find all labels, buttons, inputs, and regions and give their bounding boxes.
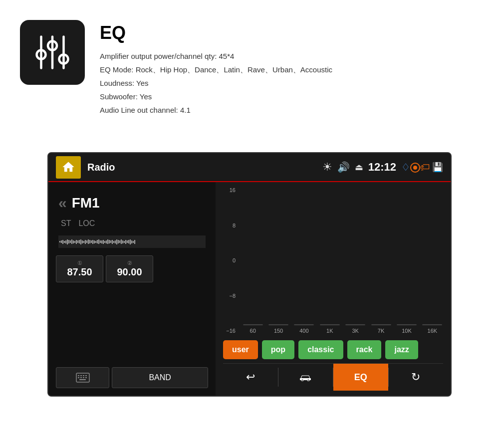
- time-display: 12:12: [368, 161, 396, 174]
- app-title: EQ: [100, 22, 332, 43]
- spec-line-2: EQ Mode: Rock、Hip Hop、Dance、Latin、Rave、U…: [100, 63, 332, 76]
- eq-freq-label-150: 150: [274, 328, 283, 334]
- nav-btn-car[interactable]: [278, 364, 333, 391]
- eq-columns: 601504001K3K7K10K16K: [242, 324, 443, 334]
- eq-freq-label-10K: 10K: [402, 328, 412, 334]
- svg-point-17: [301, 379, 303, 381]
- top-bar: Radio ☀ 🔊 ⏏ 12:12 ♢ 🏷 💾: [48, 153, 451, 182]
- eq-freq-label-16K: 16K: [428, 328, 438, 334]
- eq-bar-150[interactable]: [268, 324, 288, 325]
- bottom-controls: BAND: [53, 365, 211, 391]
- eq-bar-7K[interactable]: [371, 324, 391, 325]
- eq-bar-10K[interactable]: [397, 324, 417, 325]
- app-icon: [20, 20, 85, 85]
- nav-btn-back[interactable]: ↩: [223, 364, 278, 391]
- eq-bar-1K[interactable]: [320, 324, 340, 325]
- eq-scale: 16 8 0 −8 −16: [223, 187, 238, 334]
- svg-rect-15: [79, 379, 86, 380]
- scale-16-top: 16: [226, 187, 236, 193]
- band-button[interactable]: BAND: [112, 367, 208, 388]
- eq-bar-16K[interactable]: [422, 324, 442, 325]
- svg-rect-7: [78, 375, 79, 376]
- scale-neg8: −8: [226, 293, 236, 299]
- app-description: Amplifier output power/channel qty: 45*4…: [100, 49, 332, 117]
- svg-rect-8: [80, 375, 82, 376]
- content-area: « FM1 ST LOC ① 87.50 ②: [48, 182, 451, 396]
- eq-column-1K[interactable]: 1K: [319, 324, 340, 334]
- station-1[interactable]: ① 87.50: [56, 255, 103, 282]
- eq-column-16K[interactable]: 16K: [422, 324, 443, 334]
- eq-column-400[interactable]: 400: [293, 324, 315, 334]
- eq-column-60[interactable]: 60: [242, 324, 263, 334]
- radio-panel: « FM1 ST LOC ① 87.50 ②: [48, 182, 216, 396]
- preset-btn-pop[interactable]: pop: [262, 340, 294, 359]
- waveform-display: [58, 235, 206, 248]
- eq-freq-label-60: 60: [250, 328, 256, 334]
- station-2-freq: 90.00: [112, 266, 147, 278]
- device-screen: Radio ☀ 🔊 ⏏ 12:12 ♢ 🏷 💾 « FM1 ST: [47, 152, 452, 397]
- frequency-area: « FM1: [53, 187, 211, 219]
- home-button[interactable]: [56, 156, 81, 179]
- nav-btn-eq[interactable]: EQ: [333, 364, 388, 391]
- header-section: EQ Amplifier output power/channel qty: 4…: [0, 0, 499, 127]
- eq-freq-label-7K: 7K: [378, 328, 384, 334]
- eq-panel: 16 8 0 −8 −16 601504001K3K7K10K16K userp…: [216, 182, 451, 396]
- st-loc-area: ST LOC: [53, 219, 211, 233]
- frequency-display: FM1: [72, 195, 100, 211]
- svg-rect-9: [83, 375, 84, 376]
- radio-label: Radio: [83, 162, 115, 173]
- eject-icon[interactable]: ⏏: [355, 162, 363, 173]
- app-info: EQ Amplifier output power/channel qty: 4…: [100, 20, 332, 117]
- st-label: ST: [61, 219, 71, 228]
- eq-nav-row: ↩ EQ↻: [223, 363, 443, 391]
- eq-freq-label-1K: 1K: [326, 328, 333, 334]
- scale-0: 0: [226, 257, 236, 263]
- brightness-icon[interactable]: ☀: [322, 161, 332, 174]
- nav-btn-reset[interactable]: ↻: [389, 364, 444, 391]
- stations-row: ① 87.50 ② 90.00: [53, 250, 211, 287]
- preset-btn-rack[interactable]: rack: [347, 340, 382, 359]
- svg-rect-10: [85, 375, 87, 376]
- back-arrows-icon[interactable]: «: [58, 195, 67, 212]
- station-2-num: ②: [112, 260, 147, 266]
- spec-line-4: Subwoofer: Yes: [100, 90, 332, 103]
- station-1-freq: 87.50: [62, 266, 97, 278]
- eq-column-10K[interactable]: 10K: [396, 324, 417, 334]
- svg-rect-12: [80, 377, 82, 378]
- svg-rect-13: [83, 377, 84, 378]
- band-label: BAND: [149, 373, 171, 382]
- waveform-bars: [58, 235, 206, 248]
- preset-btn-classic[interactable]: classic: [298, 340, 343, 359]
- scale-8: 8: [226, 223, 236, 228]
- svg-rect-11: [78, 377, 79, 378]
- record-icon[interactable]: [410, 162, 420, 173]
- eq-bar-3K[interactable]: [345, 324, 365, 325]
- station-2[interactable]: ② 90.00: [106, 255, 153, 282]
- eq-column-7K[interactable]: 7K: [370, 324, 392, 334]
- svg-rect-14: [85, 377, 87, 378]
- eq-freq-label-3K: 3K: [352, 328, 358, 334]
- loc-label: LOC: [78, 219, 95, 228]
- scale-neg16: −16: [226, 328, 236, 334]
- bluetooth-icon[interactable]: ♢: [401, 161, 410, 173]
- spec-line-3: Loudness: Yes: [100, 76, 332, 90]
- preset-btn-user[interactable]: user: [223, 340, 258, 359]
- save-icon[interactable]: 💾: [432, 162, 443, 173]
- eq-bar-400[interactable]: [294, 324, 314, 325]
- keyboard-button[interactable]: [56, 367, 109, 388]
- svg-point-18: [307, 379, 309, 381]
- tag-icon[interactable]: 🏷: [420, 162, 430, 173]
- eq-bars-area: 16 8 0 −8 −16 601504001K3K7K10K16K: [223, 187, 443, 336]
- spec-line-1: Amplifier output power/channel qty: 45*4: [100, 49, 332, 63]
- preset-btn-jazz[interactable]: jazz: [385, 340, 418, 359]
- eq-freq-label-400: 400: [299, 328, 308, 334]
- spec-line-5: Audio Line out channel: 4.1: [100, 103, 332, 117]
- volume-icon[interactable]: 🔊: [337, 161, 350, 173]
- eq-bar-60[interactable]: [243, 324, 263, 325]
- station-1-num: ①: [62, 260, 97, 266]
- eq-preset-row: userpopclassicrackjazz: [223, 336, 443, 363]
- eq-column-150[interactable]: 150: [267, 324, 289, 334]
- eq-column-3K[interactable]: 3K: [345, 324, 366, 334]
